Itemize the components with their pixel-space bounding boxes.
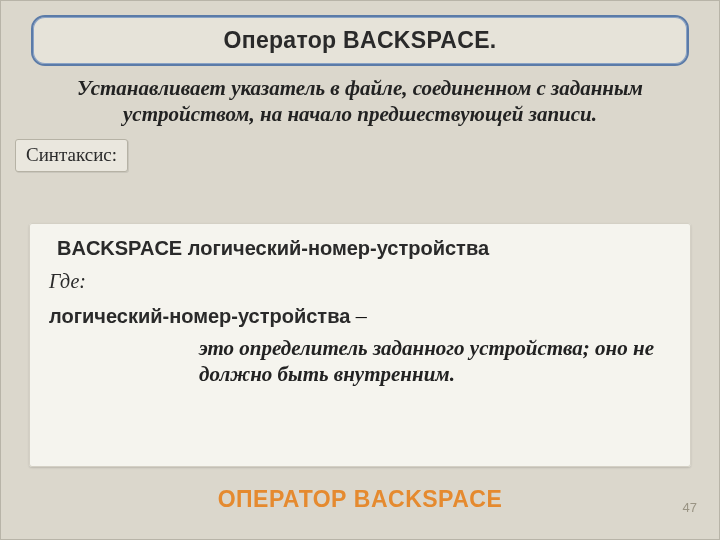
slide: Оператор BACKSPACE. Устанавливает указат… xyxy=(0,0,720,540)
param-description: это определитель заданного устройства; о… xyxy=(199,335,671,388)
param-dash: – xyxy=(350,303,367,328)
syntax-line: BACKSPACE логический-номер-устройства xyxy=(57,237,671,260)
param-row: логический-номер-устройства – xyxy=(49,303,671,329)
operator-description: Устанавливает указатель в файле, соедине… xyxy=(47,76,673,127)
content-panel: BACKSPACE логический-номер-устройства Гд… xyxy=(29,223,691,467)
slide-title: Оператор BACKSPACE. xyxy=(49,27,671,54)
where-label: Где: xyxy=(49,270,671,293)
title-box: Оператор BACKSPACE. xyxy=(31,15,689,66)
footer-title: ОПЕРАТОР BACKSPACE xyxy=(1,486,719,513)
page-number: 47 xyxy=(683,500,697,515)
syntax-label: Синтаксис: xyxy=(15,139,128,172)
param-name: логический-номер-устройства xyxy=(49,305,350,327)
